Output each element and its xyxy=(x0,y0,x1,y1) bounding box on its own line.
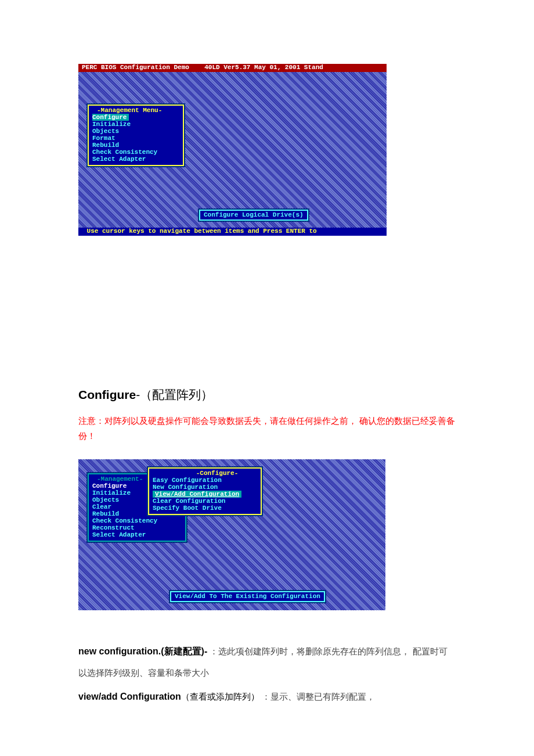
menu-item-objects[interactable]: Objects xyxy=(92,128,179,135)
desc-new-configuration: new configuration.(新建配置)- ：选此项创建阵列时，将删除原… xyxy=(78,640,456,683)
bios2-left-select-adapter[interactable]: Select Adapter xyxy=(92,531,182,538)
desc2-paren: （查看或添加阵列） xyxy=(181,692,259,701)
bios-screenshot-2: Management Configure Initialize Objects … xyxy=(78,459,385,610)
bios2-left-check-consistency[interactable]: Check Consistency xyxy=(92,517,182,524)
desc2-bold: view/add Configuration xyxy=(78,692,181,701)
menu-item-rebuild[interactable]: Rebuild xyxy=(92,142,179,149)
bios2-configure-title: Configure xyxy=(177,470,257,477)
bios1-body: Management Menu Configure Initialize Obj… xyxy=(78,72,387,228)
bios1-titlebar: PERC BIOS Configuration Demo 40LD Ver5.3… xyxy=(78,64,387,72)
bios2-specify-boot-drive[interactable]: Specify Boot Drive xyxy=(153,505,257,512)
bios2-new-configuration[interactable]: New Configuration xyxy=(153,484,257,491)
warning-note: 注意：对阵列以及硬盘操作可能会导致数据丢失，请在做任何操作之前， 确认您的数据已… xyxy=(78,413,456,444)
desc2-rest: ：显示、调整已有阵列配置， xyxy=(259,692,375,701)
bios2-easy-configuration[interactable]: Easy Configuration xyxy=(153,477,257,484)
configure-heading-bold: Configure xyxy=(78,388,136,401)
configure-heading-paren: （配置阵列） xyxy=(140,388,213,401)
menu-item-initialize[interactable]: Initialize xyxy=(92,121,179,128)
desc1-bold: new configuration.(新建配置)- xyxy=(78,646,207,656)
bios2-configure-panel: Configure Easy Configuration New Configu… xyxy=(148,467,262,515)
menu-item-format[interactable]: Format xyxy=(92,135,179,142)
bios1-footer: Use cursor keys to navigate between item… xyxy=(78,228,387,236)
configure-heading: Configure-（配置阵列） xyxy=(78,387,456,403)
bios-screenshot-1: PERC BIOS Configuration Demo 40LD Ver5.3… xyxy=(78,64,387,236)
menu-item-select-adapter[interactable]: Select Adapter xyxy=(92,156,179,163)
management-menu-panel: Management Menu Configure Initialize Obj… xyxy=(88,105,184,166)
bios2-body: Management Configure Initialize Objects … xyxy=(78,459,385,610)
menu-item-configure[interactable]: Configure xyxy=(92,114,179,121)
bios2-view-add-configuration[interactable]: View/Add Configuration xyxy=(153,491,257,498)
bios2-clear-configuration[interactable]: Clear Configuration xyxy=(153,498,257,505)
bios1-hint-box: Configure Logical Drive(s) xyxy=(199,210,308,221)
bios2-hint-box: View/Add To The Existing Configuration xyxy=(170,591,325,602)
desc-view-add-configuration: view/add Configuration（查看或添加阵列） ：显示、调整已有… xyxy=(78,686,456,708)
menu-item-check-consistency[interactable]: Check Consistency xyxy=(92,149,179,156)
bios2-left-reconstruct[interactable]: Reconstruct xyxy=(92,524,182,531)
management-menu-title: Management Menu xyxy=(97,107,179,114)
